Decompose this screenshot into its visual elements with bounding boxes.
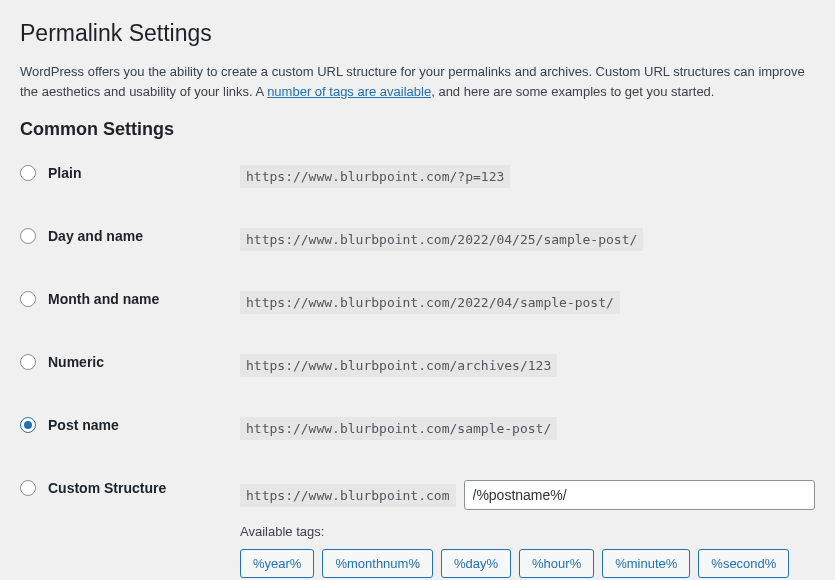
option-plain-row: Plain https://www.blurbpoint.com/?p=123 [20,165,815,188]
option-monthname-example: https://www.blurbpoint.com/2022/04/sampl… [240,291,620,314]
tag-year-button[interactable]: %year% [240,549,314,578]
option-custom-radio[interactable] [20,480,36,496]
option-dayname-row: Day and name https://www.blurbpoint.com/… [20,228,815,251]
option-postname-text: Post name [48,417,119,433]
option-numeric-radio[interactable] [20,354,36,370]
available-tags-label: Available tags: [240,524,815,539]
option-custom-row: Custom Structure https://www.blurbpoint.… [20,480,815,580]
option-custom-label[interactable]: Custom Structure [20,480,240,496]
common-settings-heading: Common Settings [20,119,815,140]
option-monthname-row: Month and name https://www.blurbpoint.co… [20,291,815,314]
option-plain-radio[interactable] [20,165,36,181]
tags-available-link[interactable]: number of tags are available [267,84,431,99]
option-numeric-example: https://www.blurbpoint.com/archives/123 [240,354,557,377]
option-plain-example: https://www.blurbpoint.com/?p=123 [240,165,510,188]
option-dayname-radio[interactable] [20,228,36,244]
option-monthname-radio[interactable] [20,291,36,307]
tag-hour-button[interactable]: %hour% [519,549,594,578]
tags-row: %year% %monthnum% %day% %hour% %minute% … [240,549,815,580]
option-numeric-text: Numeric [48,354,104,370]
tag-second-button[interactable]: %second% [698,549,789,578]
option-numeric-row: Numeric https://www.blurbpoint.com/archi… [20,354,815,377]
option-plain-text: Plain [48,165,81,181]
option-dayname-example: https://www.blurbpoint.com/2022/04/25/sa… [240,228,643,251]
tag-day-button[interactable]: %day% [441,549,511,578]
custom-base-url: https://www.blurbpoint.com [240,484,456,507]
option-numeric-label[interactable]: Numeric [20,354,240,370]
page-title: Permalink Settings [20,20,815,47]
custom-structure-input[interactable] [464,480,816,510]
intro-part2: , and here are some examples to get you … [431,84,714,99]
tag-monthnum-button[interactable]: %monthnum% [322,549,433,578]
intro-text: WordPress offers you the ability to crea… [20,62,815,101]
option-dayname-label[interactable]: Day and name [20,228,240,244]
option-postname-label[interactable]: Post name [20,417,240,433]
option-custom-text: Custom Structure [48,480,166,496]
option-monthname-label[interactable]: Month and name [20,291,240,307]
option-postname-radio[interactable] [20,417,36,433]
tag-minute-button[interactable]: %minute% [602,549,690,578]
option-dayname-text: Day and name [48,228,143,244]
option-monthname-text: Month and name [48,291,159,307]
option-postname-example: https://www.blurbpoint.com/sample-post/ [240,417,557,440]
option-postname-row: Post name https://www.blurbpoint.com/sam… [20,417,815,440]
option-plain-label[interactable]: Plain [20,165,240,181]
